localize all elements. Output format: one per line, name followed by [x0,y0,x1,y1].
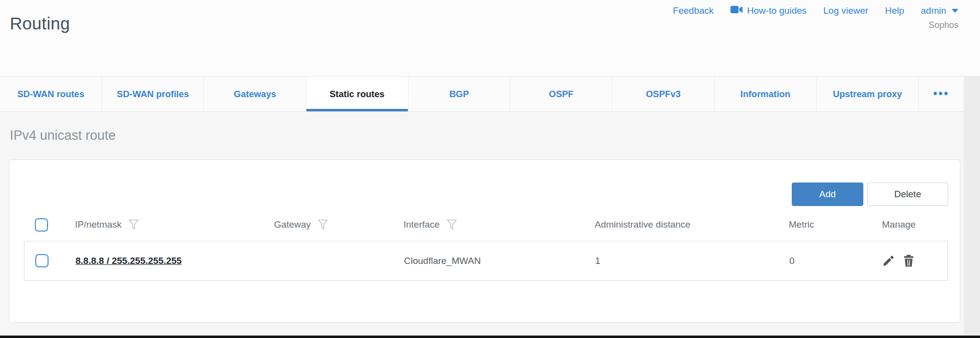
user-menu[interactable]: admin [921,5,958,16]
add-button[interactable]: Add [792,182,863,206]
help-link[interactable]: Help [885,5,904,16]
column-header-gateway: Gateway [274,219,311,230]
table-header-row: IP/netmask Gateway Interface Administrat… [24,210,948,239]
page-title: Routing [10,14,70,33]
tab-information[interactable]: Information [715,77,817,111]
window-bottom-edge [0,336,980,338]
log-viewer-label: Log viewer [823,5,868,16]
routing-page: Routing Feedback How-to guides Log viewe… [0,0,980,338]
route-interface-cell: Cloudflare_MWAN [404,256,595,266]
help-label: Help [885,5,904,16]
tab-gateways[interactable]: Gateways [204,77,306,111]
filter-funnel-icon[interactable] [318,219,328,230]
tab-upstream-proxy[interactable]: Upstream proxy [817,77,919,111]
route-metric-cell: 0 [789,256,873,266]
tab-static-routes[interactable]: Static routes [306,77,408,111]
tab-bgp[interactable]: BGP [408,77,510,111]
column-header-metric: Metric [789,219,814,230]
tab-sdwan-routes[interactable]: SD-WAN routes [0,77,102,111]
tab-ospf[interactable]: OSPF [510,77,612,111]
tab-sdwan-profiles[interactable]: SD-WAN profiles [102,77,204,111]
howto-guides-link[interactable]: How-to guides [730,5,806,16]
tab-ospfv3[interactable]: OSPFv3 [612,77,714,111]
select-all-checkbox[interactable] [35,218,48,232]
route-administrative-distance-cell: 1 [595,256,789,266]
column-header-interface: Interface [403,219,440,230]
route-ip-netmask-link[interactable]: 8.8.8.8 / 255.255.255.255 [75,256,182,266]
table-row-container: 8.8.8.8 / 255.255.255.255 Cloudflare_MWA… [24,241,948,281]
pencil-icon[interactable] [882,255,895,267]
log-viewer-link[interactable]: Log viewer [823,5,868,16]
ipv4-unicast-route-card: Add Delete IP/netmask Gateway Interface [9,159,960,323]
column-header-administrative-distance: Administrative distance [595,219,690,230]
row-checkbox[interactable] [35,254,49,267]
filter-funnel-icon[interactable] [128,219,139,230]
video-camera-icon [730,5,743,16]
section-heading: IPv4 unicast route [10,128,116,143]
howto-guides-label: How-to guides [747,5,806,16]
top-header-band: Routing Feedback How-to guides Log viewe… [0,0,980,76]
delete-button[interactable]: Delete [867,182,948,206]
user-menu-label: admin [921,5,946,16]
brand-label: Sophos [929,20,958,30]
right-edge-strip [964,76,980,336]
tab-overflow-ellipsis-icon[interactable]: ••• [919,77,964,111]
feedback-label: Feedback [673,5,713,16]
table-row: 8.8.8.8 / 255.255.255.255 Cloudflare_MWA… [25,241,947,280]
routing-tab-bar: SD-WAN routes SD-WAN profiles Gateways S… [0,76,964,112]
caret-down-icon [952,9,958,13]
trash-icon[interactable] [903,255,914,267]
top-nav: Feedback How-to guides Log viewer Help a… [673,5,958,16]
feedback-link[interactable]: Feedback [673,5,713,16]
filter-funnel-icon[interactable] [447,219,457,230]
column-header-ip-netmask: IP/netmask [75,219,122,230]
route-manage-cell [873,255,947,267]
column-header-manage: Manage [882,219,916,230]
